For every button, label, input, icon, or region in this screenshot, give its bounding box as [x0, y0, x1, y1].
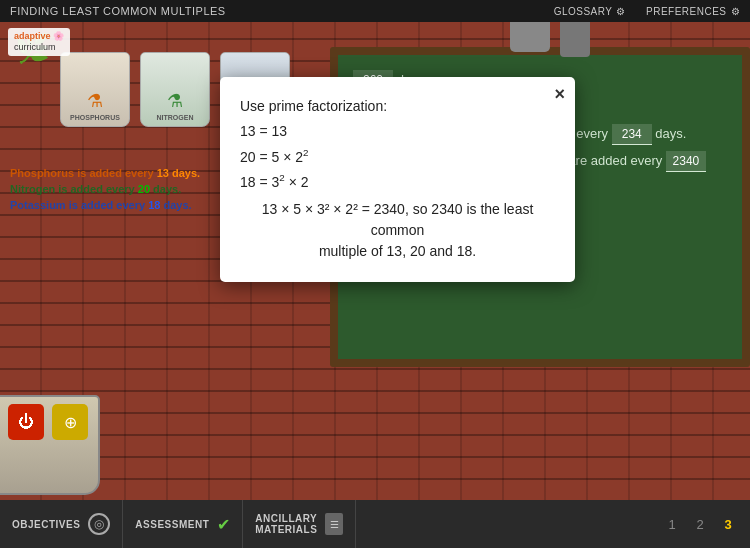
assessment-check-icon: ✔ [217, 515, 230, 534]
left-text-panel: Phosphorus is added every 13 days. Nitro… [10, 167, 200, 215]
top-bar-right: GLOSSARY ⚙ PREFERENCES ⚙ [554, 6, 740, 17]
logo: adaptive 🌸 curriculum [8, 28, 70, 56]
pipe-decoration [510, 22, 550, 52]
app: FINDING LEAST COMMON MULTIPLES GLOSSARY … [0, 0, 750, 548]
preferences-icon: ⚙ [731, 6, 741, 17]
popup-content: Use prime factorization: 13 = 13 20 = 5 … [240, 95, 555, 262]
objectives-icon: ◎ [88, 513, 110, 535]
plus-icon: ⊕ [64, 413, 77, 432]
phosphorus-label: PHOSPHORUS [70, 114, 120, 121]
popup-close-button[interactable]: × [554, 85, 565, 103]
nitrogen-schedule: Nitrogen is added every 20 days. [10, 183, 200, 195]
popup-conclusion: 13 × 5 × 3² × 2² = 2340, so 2340 is the … [240, 199, 555, 262]
glossary-icon: ⚙ [616, 6, 626, 17]
ancillary-section[interactable]: ANCILLARY MATERIALS ☰ [243, 500, 356, 548]
pipe-decoration-2 [560, 22, 590, 57]
left-actions: ⏻ ⊕ [8, 404, 88, 440]
preferences-button[interactable]: PREFERENCES ⚙ [646, 6, 740, 17]
scene: adaptive 🌸 curriculum 🌿 ⚗ PHOSPHORUS ⚗ N… [0, 22, 750, 500]
power-icon: ⏻ [18, 413, 34, 431]
popup-line2: 13 = 13 [240, 120, 555, 144]
popup-line3: 20 = 5 × 22 [240, 145, 555, 169]
assessment-label: ASSESSMENT [135, 519, 209, 530]
glossary-button[interactable]: GLOSSARY ⚙ [554, 6, 626, 17]
conclusion-line2: multiple of 13, 20 and 18. [319, 243, 476, 259]
bottom-toolbar: OBJECTIVES ◎ ASSESSMENT ✔ ANCILLARY MATE… [0, 500, 750, 548]
page-1[interactable]: 1 [660, 512, 684, 536]
phosphorus-container: ⚗ PHOSPHORUS [60, 52, 130, 127]
preferences-label: PREFERENCES [646, 6, 727, 17]
page-title: FINDING LEAST COMMON MULTIPLES [10, 5, 226, 17]
answer4[interactable]: 2340 [666, 151, 706, 172]
nitrogen-container: ⚗ NITROGEN [140, 52, 210, 127]
popup-line4: 18 = 32 × 2 [240, 170, 555, 194]
nitrogen-label: NITROGEN [157, 114, 194, 121]
answer3[interactable]: 234 [612, 124, 652, 145]
page-numbers: 1 2 3 [660, 512, 740, 536]
objectives-label: OBJECTIVES [12, 519, 80, 530]
phosphorus-icon: ⚗ [87, 90, 103, 112]
assessment-section[interactable]: ASSESSMENT ✔ [123, 500, 243, 548]
potassium-schedule: Potassium is added every 18 days. [10, 199, 200, 211]
plus-button[interactable]: ⊕ [52, 404, 88, 440]
glossary-label: GLOSSARY [554, 6, 613, 17]
popup-modal: × Use prime factorization: 13 = 13 20 = … [220, 77, 575, 282]
ancillary-label: ANCILLARY MATERIALS [255, 513, 317, 535]
power-button[interactable]: ⏻ [8, 404, 44, 440]
page-3[interactable]: 3 [716, 512, 740, 536]
logo-line2: curriculum [14, 42, 64, 53]
top-bar: FINDING LEAST COMMON MULTIPLES GLOSSARY … [0, 0, 750, 22]
nitrogen-icon: ⚗ [167, 90, 183, 112]
ancillary-doc-icon: ☰ [325, 513, 343, 535]
logo-line1: adaptive 🌸 [14, 31, 64, 42]
popup-line1: Use prime factorization: [240, 95, 555, 119]
phosphorus-schedule: Phosphorus is added every 13 days. [10, 167, 200, 179]
conclusion-line1: 13 × 5 × 3² × 2² = 2340, so 2340 is the … [262, 201, 534, 238]
objectives-section[interactable]: OBJECTIVES ◎ [0, 500, 123, 548]
page-2[interactable]: 2 [688, 512, 712, 536]
